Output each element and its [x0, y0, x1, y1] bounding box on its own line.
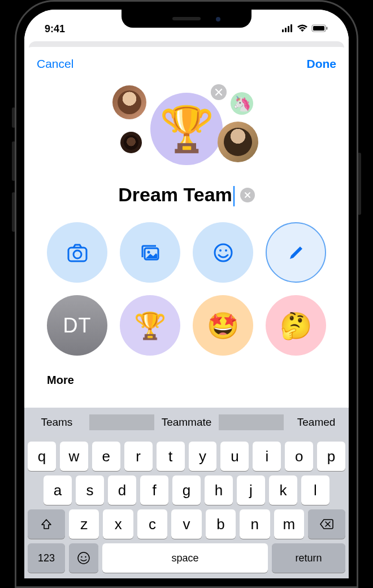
key-space[interactable]: space: [102, 543, 268, 573]
smiley-icon: [211, 240, 236, 265]
photo-options-grid: DT 🏆 🤩 🤔: [24, 206, 349, 366]
trophy-preset[interactable]: 🏆: [120, 295, 180, 356]
photo-library-button[interactable]: [120, 222, 180, 283]
battery-icon: [311, 23, 328, 35]
unicorn-icon: 🦄: [233, 95, 251, 113]
trophy-icon: 🏆: [159, 103, 214, 155]
svg-point-8: [73, 250, 81, 258]
screen: 9:41 Cancel Done 🏆: [24, 10, 349, 578]
key-l[interactable]: l: [301, 475, 329, 505]
camera-button[interactable]: [47, 222, 107, 283]
key-a[interactable]: a: [44, 475, 72, 505]
svg-point-14: [78, 552, 89, 564]
group-photo-main[interactable]: 🏆: [150, 93, 223, 165]
status-time: 9:41: [45, 23, 65, 35]
key-j[interactable]: j: [237, 475, 265, 505]
key-return[interactable]: return: [272, 543, 345, 573]
key-x[interactable]: x: [103, 509, 133, 539]
key-s[interactable]: s: [76, 475, 104, 505]
svg-point-11: [215, 244, 232, 261]
pencil-icon: [287, 243, 306, 262]
key-n[interactable]: n: [240, 509, 270, 539]
key-r[interactable]: r: [124, 442, 153, 471]
clear-name-button[interactable]: [240, 188, 255, 202]
group-name-input[interactable]: Dream Team: [118, 184, 235, 206]
emoji-button[interactable]: [193, 222, 253, 283]
key-emoji[interactable]: [69, 543, 98, 573]
prediction-1[interactable]: Teams: [24, 416, 89, 429]
key-o[interactable]: o: [285, 442, 313, 471]
key-f[interactable]: f: [140, 475, 168, 505]
cellular-icon: [282, 23, 293, 35]
svg-rect-0: [282, 29, 284, 32]
remove-photo-button[interactable]: [211, 84, 227, 100]
camera-icon: [65, 240, 90, 265]
key-e[interactable]: e: [92, 442, 120, 471]
key-m[interactable]: m: [274, 509, 304, 539]
key-numbers[interactable]: 123: [28, 543, 65, 573]
svg-rect-2: [288, 26, 289, 32]
thinking-face-icon: 🤔: [280, 310, 312, 341]
key-z[interactable]: z: [69, 509, 99, 539]
key-i[interactable]: i: [253, 442, 281, 471]
svg-point-10: [147, 250, 150, 253]
member-avatar-2: [120, 132, 142, 153]
key-shift[interactable]: [28, 509, 65, 539]
key-g[interactable]: g: [172, 475, 201, 505]
key-v[interactable]: v: [171, 509, 201, 539]
key-h[interactable]: h: [205, 475, 233, 505]
svg-point-16: [85, 556, 86, 557]
more-section-label: More: [24, 366, 349, 387]
text-cursor: [233, 186, 235, 206]
key-t[interactable]: t: [157, 442, 185, 471]
edit-group-sheet: Cancel Done 🏆 🦄 Dream Team: [24, 47, 349, 578]
star-eyes-icon: 🤩: [207, 310, 239, 341]
prediction-3[interactable]: Teamed: [284, 416, 349, 429]
svg-point-12: [219, 249, 222, 252]
backspace-icon: [319, 518, 334, 530]
key-c[interactable]: c: [137, 509, 167, 539]
member-avatar-4: [218, 122, 258, 162]
key-q[interactable]: q: [28, 442, 56, 471]
initials-preset[interactable]: DT: [47, 295, 107, 356]
key-b[interactable]: b: [206, 509, 236, 539]
group-avatar-cluster: 🏆 🦄: [24, 81, 349, 177]
key-p[interactable]: p: [317, 442, 345, 471]
svg-rect-6: [326, 27, 328, 29]
wifi-icon: [297, 23, 308, 35]
photos-icon: [138, 240, 163, 265]
notch: [122, 10, 251, 28]
phone-frame: 9:41 Cancel Done 🏆: [15, 0, 358, 588]
starry-preset[interactable]: 🤩: [193, 295, 253, 356]
key-w[interactable]: w: [60, 442, 88, 471]
key-d[interactable]: d: [108, 475, 136, 505]
keyboard: Teams Teammate Teamed q w e r t y u i o: [24, 408, 349, 578]
shift-icon: [40, 518, 53, 530]
key-backspace[interactable]: [308, 509, 345, 539]
done-button[interactable]: Done: [307, 57, 337, 71]
svg-rect-1: [285, 28, 287, 32]
trophy-icon: 🏆: [134, 310, 166, 341]
key-u[interactable]: u: [220, 442, 249, 471]
key-y[interactable]: y: [189, 442, 217, 471]
svg-rect-5: [313, 26, 324, 31]
thinking-preset[interactable]: 🤔: [266, 295, 326, 356]
svg-rect-3: [290, 24, 292, 32]
member-avatar-1: [112, 85, 146, 119]
edit-pencil-button[interactable]: [266, 222, 326, 283]
member-avatar-3: 🦄: [231, 92, 253, 115]
prediction-2[interactable]: Teammate: [154, 416, 219, 429]
cancel-button[interactable]: Cancel: [37, 57, 73, 71]
svg-point-15: [81, 556, 82, 557]
svg-point-13: [225, 249, 227, 252]
key-k[interactable]: k: [269, 475, 297, 505]
emoji-keyboard-icon: [76, 551, 91, 565]
prediction-bar: Teams Teammate Teamed: [24, 408, 349, 437]
